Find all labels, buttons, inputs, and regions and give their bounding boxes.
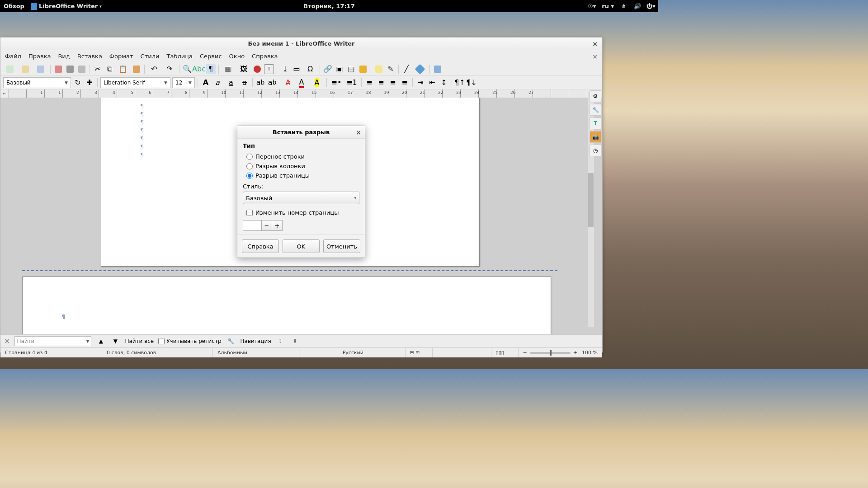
track-changes-button[interactable]: ✎ [386, 64, 396, 74]
formatting-marks-button[interactable]: ¶ [206, 64, 216, 74]
footnote-button[interactable]: ▣ [335, 64, 344, 74]
volume-icon[interactable]: 🔊 [634, 3, 641, 10]
page-break-button[interactable]: ⤓ [280, 64, 290, 74]
page-number-input[interactable] [243, 220, 262, 231]
change-page-number-checkbox[interactable]: Изменить номер страницы [243, 208, 359, 217]
menu-format[interactable]: Формат [109, 53, 133, 60]
menu-table[interactable]: Таблица [166, 53, 193, 60]
underline-button[interactable]: a [224, 78, 238, 88]
align-justify-button[interactable]: ≡ [400, 78, 410, 88]
menu-tools[interactable]: Сервис [200, 53, 222, 60]
status-language[interactable]: Русский [301, 348, 406, 357]
zoom-in-button[interactable]: + [573, 350, 577, 356]
radio-column-break[interactable]: Разрыв колонки [243, 161, 359, 171]
find-prev-button[interactable]: ▲ [96, 336, 106, 346]
font-color-button[interactable]: A [295, 78, 308, 88]
status-view-layout[interactable]: ▯▯▯ [491, 348, 519, 357]
image-button[interactable]: 🖼 [237, 64, 250, 74]
bullets-button[interactable]: ≡• [330, 78, 343, 88]
line-spacing-button[interactable]: ↕ [439, 78, 449, 88]
status-layout[interactable]: Альбомный [213, 348, 301, 357]
line-button[interactable]: ╱ [401, 64, 411, 74]
find-replace-button[interactable]: 🔍 [182, 64, 192, 74]
export-pdf-button[interactable] [53, 64, 63, 74]
status-insert-mode[interactable]: ⊟ ⊡ [406, 348, 433, 357]
subscript-button[interactable]: ab [267, 78, 277, 88]
style-select[interactable]: Базовый▾ [243, 192, 359, 204]
status-signature[interactable] [433, 348, 491, 357]
power-icon[interactable]: ⏻▾ [647, 3, 655, 10]
close-findbar-button[interactable]: ✕ [4, 337, 10, 346]
clear-format-button[interactable]: A̷ [283, 78, 293, 88]
copy-button[interactable]: ⧉ [104, 64, 114, 74]
help-button[interactable]: Справка [242, 239, 279, 253]
new-doc-button[interactable] [3, 64, 17, 74]
nav-down-button[interactable]: ⇩ [290, 336, 300, 346]
clock[interactable]: Вторник, 17:17 [303, 3, 354, 9]
hyperlink-button[interactable]: 🔗 [323, 64, 333, 74]
align-center-button[interactable]: ≡ [376, 78, 386, 88]
chart-button[interactable] [252, 64, 262, 74]
radio-page-break[interactable]: Разрыв страницы [243, 171, 359, 180]
paste-button[interactable]: 📋 [116, 64, 130, 74]
menu-styles[interactable]: Стили [141, 53, 160, 60]
keyboard-layout[interactable]: ru ▾ [602, 3, 614, 9]
activities-button[interactable]: Обзор [4, 3, 24, 9]
table-button[interactable]: ▦ [222, 64, 235, 74]
sidebar-styles-button[interactable]: 🔧 [590, 104, 601, 116]
field-button[interactable]: ▭ [292, 64, 302, 74]
print-preview-button[interactable] [77, 64, 87, 74]
update-style-button[interactable]: ↻ [73, 78, 83, 88]
match-case-checkbox[interactable]: Учитывать регистр [158, 338, 221, 344]
paragraph-style-combo[interactable]: Базовый▼ [3, 77, 71, 88]
zoom-slider[interactable] [530, 352, 571, 354]
superscript-button[interactable]: ab [255, 78, 265, 88]
menu-view[interactable]: Вид [58, 53, 70, 60]
page-2[interactable]: ¶ [22, 277, 551, 334]
comment-button[interactable] [374, 64, 384, 74]
ruler-tab-button[interactable]: ⌐ [0, 89, 9, 98]
highlight-button[interactable]: A [310, 78, 324, 88]
find-all-button[interactable]: Найти все [125, 338, 154, 344]
ok-button[interactable]: OK [283, 239, 320, 253]
decrease-indent-button[interactable]: ⇤ [427, 78, 437, 88]
spinner-minus-button[interactable]: − [261, 220, 272, 231]
new-style-button[interactable]: ✚ [85, 78, 94, 88]
page-number-spinner[interactable]: − + [243, 220, 359, 231]
draw-functions-button[interactable] [433, 64, 443, 74]
dialog-close-button[interactable]: × [356, 129, 361, 136]
textbox-button[interactable]: T [264, 64, 274, 74]
font-name-combo[interactable]: Liberation Serif▼ [100, 77, 170, 88]
find-next-button[interactable]: ▼ [110, 336, 120, 346]
bold-button[interactable]: A [201, 78, 211, 88]
menu-window[interactable]: Окно [229, 53, 245, 60]
scrollbar-thumb[interactable] [588, 173, 594, 227]
align-right-button[interactable]: ≡ [388, 78, 398, 88]
menu-file[interactable]: Файл [5, 53, 21, 60]
numbering-button[interactable]: ≡1 [345, 78, 359, 88]
bookmark-button[interactable] [358, 64, 368, 74]
open-button[interactable] [19, 64, 32, 74]
zoom-out-button[interactable]: − [523, 350, 527, 356]
print-button[interactable] [65, 64, 75, 74]
close-document-button[interactable]: × [592, 53, 598, 60]
status-words[interactable]: 0 слов, 0 символов [102, 348, 213, 357]
clone-format-button[interactable] [132, 64, 142, 74]
sidebar-more-button[interactable]: ◷ [590, 145, 601, 156]
sidebar-navigator-button[interactable]: 📷 [590, 131, 601, 143]
spellcheck-button[interactable]: Abc [194, 64, 204, 74]
find-options-button[interactable]: 🔧 [226, 336, 236, 346]
cancel-button[interactable]: Отменить [323, 239, 360, 253]
app-menu[interactable]: LibreOffice Writer ▾ [31, 3, 102, 10]
increase-para-spacing-button[interactable]: ¶↑ [455, 78, 465, 88]
italic-button[interactable]: a [212, 78, 222, 88]
decrease-para-spacing-button[interactable]: ¶↓ [467, 78, 476, 88]
spinner-plus-button[interactable]: + [272, 220, 283, 231]
status-page[interactable]: Страница 4 из 4 [0, 348, 102, 357]
network-icon[interactable]: ⋔ [620, 3, 627, 10]
align-left-button[interactable]: ≡ [364, 78, 374, 88]
horizontal-ruler[interactable]: ⌐ 11234567891011121314151617181920212223… [0, 89, 602, 98]
menu-edit[interactable]: Правка [28, 53, 51, 60]
special-char-button[interactable]: Ω [303, 64, 317, 74]
cut-button[interactable]: ✂ [93, 64, 103, 74]
